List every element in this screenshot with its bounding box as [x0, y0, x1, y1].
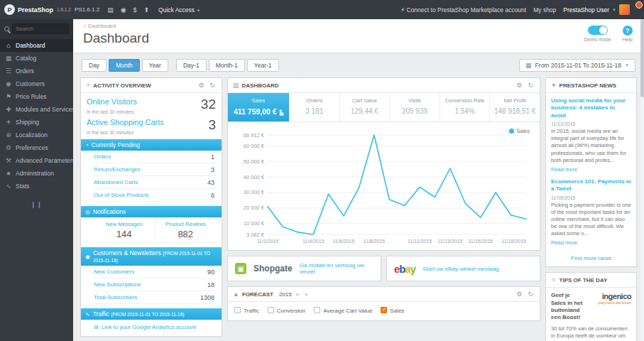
- shopgate-icon: ▣: [235, 263, 246, 274]
- online-visitors-link[interactable]: Online Visitors: [87, 97, 137, 106]
- news-article: Using social media for your business: 4 …: [551, 97, 631, 173]
- chat-badge-icon[interactable]: [635, 1, 643, 9]
- kpi-conversion-rate[interactable]: Conversion Rate 1.54%: [440, 93, 491, 121]
- my-shop-link[interactable]: My shop: [533, 6, 556, 13]
- sidebar-item-orders[interactable]: ☰Orders: [0, 65, 73, 77]
- traffic-title: Traffic: [93, 310, 109, 318]
- svg-text:20 000 €: 20 000 €: [244, 205, 265, 211]
- ingenico-sub: payment services: [590, 301, 631, 305]
- filter-day-1-button[interactable]: Day-1: [176, 59, 207, 72]
- sidebar-item-customers[interactable]: ◉Customers: [0, 77, 73, 90]
- payment-icon[interactable]: $: [130, 6, 141, 13]
- sidebar-collapse-icon[interactable]: ❙❙: [0, 193, 73, 217]
- kpi-net-profit[interactable]: Net Profit 148 918,51 €: [490, 93, 540, 121]
- quick-access-menu[interactable]: Quick Access ▼: [153, 6, 206, 13]
- prestashop-brand[interactable]: P PrestaShop 1.6.1.2: [0, 4, 73, 15]
- kpi-label: Visits: [391, 97, 438, 104]
- chart-legend[interactable]: Sales: [509, 128, 530, 134]
- news-article-title[interactable]: Ecommerce 101: Payments in a Tweet: [551, 178, 631, 193]
- user-menu[interactable]: PrestaShop User ▼: [563, 4, 630, 15]
- shipping-icon: ✈: [5, 119, 12, 126]
- row-link[interactable]: Orders: [94, 153, 111, 160]
- sidebar-item-dashboard[interactable]: ⌂Dashboard: [0, 39, 73, 52]
- row-link[interactable]: Return/Exchanges: [94, 166, 141, 173]
- sidebar-item-shipping[interactable]: ✈Shipping: [0, 116, 73, 129]
- customers-icon[interactable]: ◉: [117, 6, 130, 13]
- administration-icon: ★: [5, 170, 12, 177]
- filter-month-button[interactable]: Month: [109, 59, 140, 72]
- news-article-date: 11/05/2015: [551, 195, 631, 200]
- google-analytics-link[interactable]: ⊞ Link to your Google Analytics account: [94, 324, 216, 330]
- refresh-icon[interactable]: ↻: [526, 291, 535, 298]
- row-link[interactable]: Abandoned Carts: [94, 179, 138, 185]
- row-value: 18: [207, 281, 214, 288]
- refresh-icon[interactable]: ↻: [208, 82, 217, 89]
- forecast-sales-checkbox[interactable]: Sales: [381, 307, 404, 314]
- pending-title: Currently Pending: [92, 141, 140, 148]
- breadcrumb[interactable]: ⌂ Dashboard: [83, 23, 634, 29]
- cart-icon[interactable]: ▤: [104, 6, 117, 13]
- activity-panel-title: ACTIVITY OVERVIEW: [93, 82, 151, 89]
- checkbox-icon: [234, 307, 241, 313]
- svg-text:30 000 €: 30 000 €: [244, 189, 265, 195]
- filter-month-1-button[interactable]: Month-1: [209, 59, 245, 72]
- row-link[interactable]: New Customers: [94, 269, 134, 275]
- refresh-icon[interactable]: ↻: [526, 82, 535, 89]
- active-carts-link[interactable]: Active Shopping Carts: [87, 118, 164, 126]
- sidebar-item-modules[interactable]: ✚Modules and Services: [0, 103, 73, 116]
- search-input[interactable]: [12, 23, 69, 34]
- ebay-promo[interactable]: ebay Start uw eBay-winkel vandaag: [386, 256, 540, 281]
- sidebar-item-stats[interactable]: ∿Stats: [0, 180, 73, 193]
- product-reviews-cell[interactable]: Product Reviews 882: [155, 217, 217, 243]
- customers-row-subscriptions: New Subscriptions18: [94, 278, 216, 291]
- demo-mode-toggle[interactable]: [588, 26, 608, 35]
- date-range-picker[interactable]: ▦ From 2015-11-01 To 2015-11-18 ▼: [519, 59, 635, 72]
- demo-mode-label: Demo mode: [584, 37, 611, 42]
- sidebar-item-advanced-parameters[interactable]: ⚒Advanced Parameters: [0, 154, 73, 167]
- kpi-orders[interactable]: Orders 3 181: [290, 93, 340, 121]
- ebay-link[interactable]: Start uw eBay-winkel vandaag: [422, 266, 499, 272]
- gear-icon[interactable]: ⚙: [515, 82, 523, 89]
- filter-year-button[interactable]: Year: [142, 59, 168, 72]
- row-link[interactable]: Total Subscribers: [94, 294, 137, 301]
- help-icon[interactable]: ?: [623, 26, 633, 36]
- find-more-news-link[interactable]: Find more news: [546, 253, 636, 266]
- next-year-icon[interactable]: »: [303, 291, 309, 298]
- filter-day-button[interactable]: Day: [82, 59, 107, 72]
- marketplace-link[interactable]: ⚡ Connect to PrestaShop Marketplace acco…: [400, 6, 526, 13]
- launch-icon[interactable]: ⬆: [141, 6, 153, 13]
- sidebar-item-label: Catalog: [16, 55, 36, 62]
- row-link[interactable]: New Subscriptions: [94, 281, 141, 288]
- sidebar-item-price-rules[interactable]: ⚑Price Rules: [0, 90, 73, 103]
- sidebar-item-localization[interactable]: ⊕Localization: [0, 129, 73, 141]
- forecast-conversion-checkbox[interactable]: Conversion: [268, 307, 305, 314]
- stats-icon: ∿: [5, 183, 12, 190]
- shopgate-link[interactable]: Ga mobiel en verhoog uw omzet: [300, 262, 373, 275]
- forecast-avg-cart-checkbox[interactable]: Average Cart Value: [314, 307, 372, 314]
- new-messages-cell[interactable]: New Messages 144: [94, 217, 155, 243]
- shopgate-promo[interactable]: ▣ Shopgate Ga mobiel en verhoog uw omzet: [227, 256, 381, 281]
- row-link[interactable]: Out of Stock Products: [94, 192, 149, 198]
- read-more-link[interactable]: Read more: [551, 239, 631, 246]
- ingenico-name: ingenico: [590, 292, 631, 301]
- plug-icon: ⚡: [400, 6, 405, 13]
- kpi-sales[interactable]: Sales 411 759,00 €▙: [228, 93, 290, 121]
- sidebar-item-preferences[interactable]: ⚙Preferences: [0, 141, 73, 154]
- sidebar-item-administration[interactable]: ★Administration: [0, 167, 73, 180]
- kpi-cart-value[interactable]: Cart Value 129,44 €: [340, 93, 391, 121]
- scrollbar-thumb[interactable]: [640, 19, 644, 97]
- activity-overview-panel: ⚡ ACTIVITY OVERVIEW ⚙ ↻ Online Visitors …: [80, 77, 222, 337]
- gear-icon[interactable]: ⚙: [197, 82, 205, 89]
- scrollbar[interactable]: [640, 19, 644, 341]
- row-value: 6: [211, 192, 214, 199]
- sidebar-item-catalog[interactable]: ▦Catalog: [0, 52, 73, 65]
- kpi-visits[interactable]: Visits 205 939: [390, 93, 440, 121]
- read-more-link[interactable]: Read more: [551, 166, 631, 173]
- filter-year-1-button[interactable]: Year-1: [247, 59, 279, 72]
- tips-headline: Geef je Sales in het buitenland een Boos…: [551, 292, 586, 322]
- gear-icon[interactable]: ⚙: [515, 291, 523, 298]
- news-article-title[interactable]: Using social media for your business: 4 …: [551, 97, 631, 119]
- prev-year-icon[interactable]: «: [295, 291, 300, 298]
- row-value: 3: [211, 166, 214, 173]
- forecast-traffic-checkbox[interactable]: Traffic: [234, 307, 259, 314]
